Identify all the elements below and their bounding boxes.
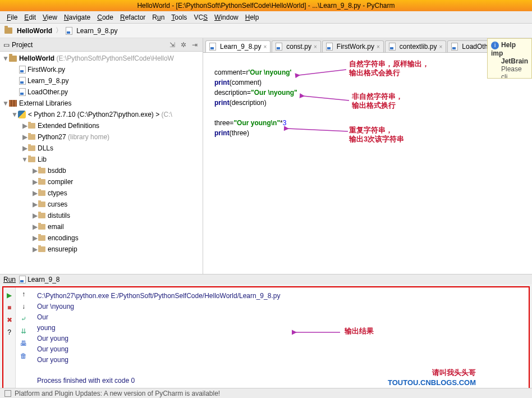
tab-label: Learn_9_8.py bbox=[220, 43, 261, 51]
python-icon bbox=[18, 111, 26, 118]
python-file-icon bbox=[19, 77, 26, 85]
tab-label: const.py bbox=[286, 43, 311, 51]
tree-folder[interactable]: email bbox=[48, 223, 64, 231]
trash-icon[interactable]: 🗑 bbox=[19, 351, 28, 360]
menu-window[interactable]: Window bbox=[211, 13, 242, 21]
info-icon: i bbox=[491, 42, 499, 49]
tab-label: contextlib.py bbox=[400, 43, 437, 51]
tree-folder[interactable]: ensurepip bbox=[48, 245, 77, 253]
tree-external-libs[interactable]: External Libraries bbox=[19, 99, 71, 107]
tab-firstwork[interactable]: FirstWork.py× bbox=[322, 40, 384, 52]
tree-python-env[interactable]: < Python 2.7.10 (C:\Python27\python.exe)… bbox=[28, 111, 159, 118]
print-icon[interactable]: 🖶 bbox=[19, 339, 28, 348]
tree-folder[interactable]: distutils bbox=[48, 212, 70, 219]
tree-folder[interactable]: DLLs bbox=[38, 144, 53, 152]
python-file-icon bbox=[19, 88, 26, 96]
tree-folder[interactable]: encodings bbox=[48, 234, 79, 242]
menu-run[interactable]: Run bbox=[149, 13, 168, 21]
window-titlebar: HelloWorld - [E:\PythonSoft\PythonSelfCo… bbox=[0, 0, 532, 11]
scroll-icon[interactable]: ⇊ bbox=[19, 327, 28, 336]
menu-refactor[interactable]: Refactor bbox=[117, 13, 149, 21]
down-icon[interactable]: ↓ bbox=[19, 302, 28, 311]
tab-contextlib[interactable]: contextlib.py× bbox=[385, 40, 447, 52]
blog-url: TOUTOU.CNBLOGS.COM bbox=[388, 378, 476, 387]
tab-label: FirstWork.py bbox=[337, 43, 374, 51]
close-icon[interactable]: × bbox=[314, 44, 317, 50]
menu-help[interactable]: Help bbox=[242, 13, 263, 21]
folder-icon bbox=[28, 123, 35, 129]
folder-icon bbox=[28, 145, 35, 151]
help-icon[interactable]: ? bbox=[5, 328, 14, 337]
close-icon[interactable]: × bbox=[439, 44, 442, 50]
status-bar: Platform and Plugin Updates: A new versi… bbox=[0, 388, 532, 398]
breadcrumb: HelloWorld 〉 Learn_9_8.py bbox=[0, 24, 532, 38]
tree-folder[interactable]: ctypes bbox=[48, 189, 67, 197]
menu-tools[interactable]: Tools bbox=[168, 13, 190, 21]
folder-icon bbox=[38, 168, 45, 173]
folder-icon bbox=[4, 28, 12, 34]
collapse-icon[interactable]: ⇲ bbox=[168, 40, 177, 49]
pin-icon[interactable]: ✖ bbox=[5, 315, 14, 324]
tree-file[interactable]: FirstWork.py bbox=[27, 66, 65, 74]
breadcrumb-project[interactable]: HelloWorld bbox=[17, 27, 52, 35]
python-file-icon bbox=[389, 43, 396, 51]
folder-icon bbox=[38, 224, 45, 230]
tab-const[interactable]: const.py× bbox=[272, 40, 321, 52]
stop-icon[interactable]: ■ bbox=[5, 303, 14, 312]
python-file-icon bbox=[19, 276, 26, 283]
menu-view[interactable]: View bbox=[39, 13, 61, 21]
tab-learn98[interactable]: Learn_9_8.py× bbox=[205, 40, 270, 52]
folder-icon bbox=[38, 246, 45, 252]
python-file-icon bbox=[451, 43, 458, 51]
tree-folder[interactable]: bsddb bbox=[48, 167, 66, 175]
tree-folder[interactable]: curses bbox=[48, 200, 67, 208]
wrap-icon[interactable]: ⤶ bbox=[19, 314, 28, 323]
notification-popup[interactable]: iHelp imp JetBrain Please cli otherwise bbox=[487, 38, 532, 79]
menu-edit[interactable]: Edit bbox=[21, 13, 39, 21]
menu-vcs[interactable]: VCS bbox=[190, 13, 211, 21]
notif-body: Please cli bbox=[501, 65, 528, 79]
run-config-name[interactable]: Learn_9_8 bbox=[27, 276, 59, 283]
python-file-icon bbox=[19, 66, 26, 74]
notif-subtitle: JetBrain bbox=[501, 57, 528, 65]
status-icon[interactable] bbox=[4, 390, 11, 397]
folder-icon bbox=[38, 202, 45, 207]
tree-folder[interactable]: compiler bbox=[48, 178, 73, 186]
run-tool-label[interactable]: Run bbox=[3, 276, 16, 283]
close-icon[interactable]: × bbox=[263, 44, 267, 50]
tree-file[interactable]: LoadOther.py bbox=[27, 88, 68, 96]
annotation-author: 请叫我头头哥 bbox=[432, 368, 476, 378]
breadcrumb-file[interactable]: Learn_9_8.py bbox=[76, 27, 117, 35]
tree-root[interactable]: HelloWorld bbox=[19, 54, 54, 62]
run-gutter-left: ▶ ■ ✖ ? bbox=[3, 287, 16, 393]
python-file-icon bbox=[66, 27, 72, 35]
folder-icon bbox=[38, 213, 45, 218]
folder-icon bbox=[9, 56, 17, 62]
hide-icon[interactable]: ⇥ bbox=[190, 40, 199, 49]
tree-python-suffix: (C:\ bbox=[162, 111, 172, 118]
tree-folder[interactable]: Python27 bbox=[38, 133, 66, 141]
project-tree[interactable]: ▼HelloWorld (E:\PythonSoft\PythonSelfCod… bbox=[0, 52, 203, 274]
menubar: File Edit View Navigate Code Refactor Ru… bbox=[0, 11, 532, 24]
menu-navigate[interactable]: Navigate bbox=[61, 13, 94, 21]
tree-folder[interactable]: Lib bbox=[38, 155, 47, 163]
library-icon bbox=[9, 100, 17, 107]
menu-code[interactable]: Code bbox=[94, 13, 117, 21]
tree-folder[interactable]: Extended Definitions bbox=[38, 122, 99, 130]
up-icon[interactable]: ↑ bbox=[19, 290, 28, 299]
python-file-icon bbox=[326, 43, 333, 51]
folder-icon bbox=[38, 235, 45, 241]
menu-file[interactable]: File bbox=[3, 13, 21, 21]
project-tool-icon[interactable]: ▭ bbox=[3, 41, 10, 49]
close-icon[interactable]: × bbox=[377, 44, 380, 50]
editor-area: Learn_9_8.py× const.py× FirstWork.py× co… bbox=[203, 38, 532, 274]
folder-icon bbox=[38, 179, 45, 185]
rerun-icon[interactable]: ▶ bbox=[5, 291, 14, 300]
run-gutter-tools: ↑ ↓ ⤶ ⇊ 🖶 🗑 bbox=[16, 287, 31, 393]
code-editor[interactable]: comment=r'Our \nyoung' print(comment) de… bbox=[203, 53, 532, 274]
status-text: Platform and Plugin Updates: A new versi… bbox=[15, 390, 220, 397]
annotation-2: 非自然字符串，输出格式换行 bbox=[352, 92, 403, 110]
gear-icon[interactable]: ✲ bbox=[179, 40, 188, 49]
tree-root-path: (E:\PythonSoft\PythonSelfCode\HelloW bbox=[56, 54, 173, 62]
tree-file[interactable]: Learn_9_8.py bbox=[27, 77, 68, 85]
